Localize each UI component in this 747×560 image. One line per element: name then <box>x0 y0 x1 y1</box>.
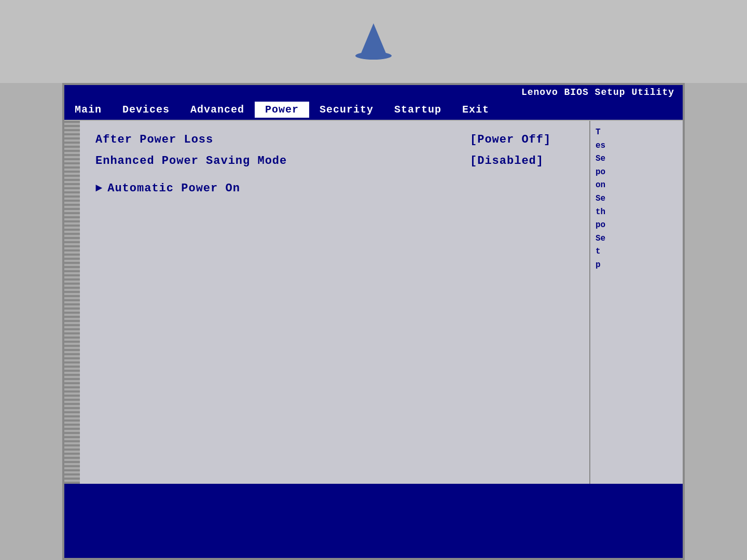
setting-value-enhanced-power-saving: [Disabled] <box>470 155 574 167</box>
top-area <box>0 0 747 83</box>
submenu-row-automatic-power-on[interactable]: ► Automatic Power On <box>95 180 574 197</box>
setting-label-after-power-loss: After Power Loss <box>95 133 470 146</box>
main-content: After Power Loss [Power Off] Enhanced Po… <box>80 121 589 484</box>
right-help-panel: TesSepoonSethpoSetp <box>589 121 683 484</box>
setting-value-after-power-loss: [Power Off] <box>470 133 574 146</box>
bios-title-bar: Lenovo BIOS Setup Utility <box>64 85 683 100</box>
logo <box>353 16 394 67</box>
left-stripe <box>64 121 80 484</box>
menu-item-power[interactable]: Power <box>255 102 309 118</box>
menu-item-security[interactable]: Security <box>309 102 384 118</box>
setting-row-after-power-loss[interactable]: After Power Loss [Power Off] <box>95 131 574 148</box>
bios-title: Lenovo BIOS Setup Utility <box>521 87 674 97</box>
submenu-label-automatic-power-on: Automatic Power On <box>107 182 240 195</box>
content-area: After Power Loss [Power Off] Enhanced Po… <box>64 121 683 484</box>
menu-item-main[interactable]: Main <box>64 102 112 118</box>
menu-item-advanced[interactable]: Advanced <box>180 102 255 118</box>
setting-label-enhanced-power-saving: Enhanced Power Saving Mode <box>95 155 470 167</box>
menu-item-devices[interactable]: Devices <box>112 102 180 118</box>
right-panel-text: TesSepoonSethpoSetp <box>596 126 677 272</box>
logo-hat-icon <box>361 23 386 54</box>
menu-item-startup[interactable]: Startup <box>384 102 452 118</box>
menu-item-exit[interactable]: Exit <box>452 102 500 118</box>
bios-screen: Lenovo BIOS Setup Utility Main Devices A… <box>62 83 685 560</box>
submenu-arrow-icon: ► <box>95 182 102 195</box>
bios-menu-bar: Main Devices Advanced Power Security Sta… <box>64 100 683 121</box>
setting-row-enhanced-power-saving[interactable]: Enhanced Power Saving Mode [Disabled] <box>95 152 574 170</box>
